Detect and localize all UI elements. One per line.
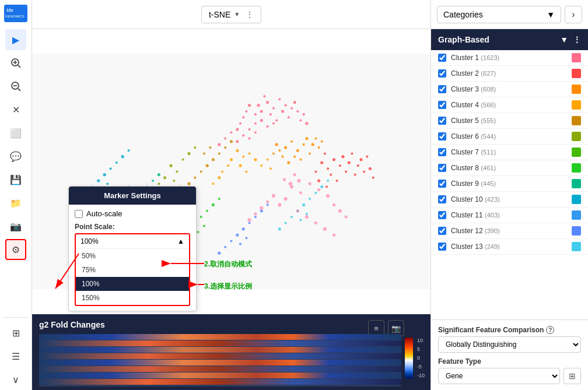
- scale-current-value[interactable]: 100% ▲: [76, 234, 189, 249]
- tsne-label: t-SNE: [209, 10, 230, 19]
- grid-btn[interactable]: ⊞: [5, 322, 26, 343]
- cluster-checkbox-11[interactable]: [438, 211, 446, 219]
- scale-option-75[interactable]: 75%: [76, 263, 189, 277]
- sig-feature-text: Significant Feature Comparison: [438, 326, 544, 334]
- cluster-count-8: (461): [481, 164, 496, 171]
- svg-rect-0: [4, 5, 27, 22]
- cluster-checkbox-12[interactable]: [438, 227, 446, 235]
- cluster-checkbox-10[interactable]: [438, 195, 446, 203]
- pan-btn[interactable]: ✕: [5, 99, 26, 120]
- cluster-color-6: [572, 132, 581, 141]
- svg-point-179: [230, 240, 232, 242]
- cluster-count-4: (566): [481, 101, 496, 108]
- cluster-sort-icon[interactable]: ▼: [560, 35, 568, 44]
- cluster-label-10: Cluster 10 (423): [451, 195, 567, 203]
- svg-point-199: [284, 197, 288, 201]
- autoscale-checkbox[interactable]: [75, 210, 83, 218]
- sig-feature-info[interactable]: ?: [546, 326, 554, 334]
- svg-point-189: [314, 192, 317, 194]
- svg-point-36: [242, 134, 244, 136]
- svg-point-215: [247, 218, 251, 222]
- right-panel: Categories ▼ › Graph-Based ▼ ⋮ Cluster 1…: [430, 0, 588, 390]
- cluster-checkbox-7[interactable]: [438, 148, 446, 156]
- sig-feature-select[interactable]: Globally Distinguishing Locally Distingu…: [438, 336, 581, 353]
- feature-type-select[interactable]: Gene Antibody Capture CRISPR Guide Captu…: [438, 368, 560, 384]
- lasso-btn[interactable]: ⬜: [5, 122, 26, 143]
- colorbar-min: -10: [417, 373, 425, 378]
- svg-point-106: [230, 140, 233, 143]
- top-bar: t-SNE ▼ ⋮: [32, 0, 430, 29]
- colorbar-mid-high: 5: [417, 346, 425, 352]
- scale-option-50[interactable]: 50%: [76, 249, 189, 263]
- svg-point-134: [206, 210, 208, 212]
- feature-icon-btn[interactable]: ⊞: [564, 368, 581, 384]
- svg-point-116: [194, 146, 196, 149]
- select-tool-btn[interactable]: ▶: [5, 29, 26, 50]
- cluster-checkbox-1[interactable]: [438, 54, 446, 62]
- cluster-checkbox-3[interactable]: [438, 85, 446, 93]
- right-nav-btn[interactable]: ›: [565, 6, 582, 23]
- svg-point-53: [345, 170, 347, 173]
- cluster-list: Cluster 1 (1623) Cluster 2 (627) Cluster…: [431, 50, 588, 319]
- svg-point-34: [296, 110, 299, 113]
- colorbar: 10 5 0 -5 -10: [406, 334, 424, 387]
- cluster-count-1: (1623): [481, 54, 499, 61]
- feature-type-text: Feature Type: [438, 357, 481, 366]
- svg-point-16: [257, 104, 260, 107]
- autoscale-label[interactable]: Auto-scale: [86, 209, 122, 218]
- svg-point-38: [230, 131, 232, 133]
- list-btn[interactable]: ☰: [5, 346, 26, 367]
- cluster-checkbox-5[interactable]: [438, 117, 446, 125]
- save-btn[interactable]: 💾: [5, 169, 26, 190]
- svg-line-4: [18, 65, 20, 68]
- cluster-item-11: Cluster 11 (403): [431, 208, 588, 223]
- folder-btn[interactable]: 📁: [5, 192, 26, 213]
- zoom-in-btn[interactable]: [5, 52, 26, 73]
- scale-dropdown[interactable]: 100% ▲ 50% 75% 100% 150%: [75, 233, 190, 306]
- camera-btn[interactable]: 📷: [5, 216, 26, 237]
- cluster-checkbox-9[interactable]: [438, 180, 446, 188]
- cluster-checkbox-4[interactable]: [438, 101, 446, 109]
- heatmap-area: [39, 334, 401, 387]
- svg-point-48: [332, 158, 335, 161]
- marker-settings-title: Marker Settings: [104, 191, 161, 200]
- more-btn[interactable]: ∨: [5, 369, 26, 390]
- svg-point-95: [270, 167, 272, 170]
- tsne-menu-icon[interactable]: ⋮: [246, 10, 254, 19]
- svg-point-206: [266, 201, 269, 203]
- scale-option-100[interactable]: 100%: [76, 277, 189, 291]
- svg-point-75: [312, 143, 314, 146]
- zoom-out-btn[interactable]: [5, 76, 26, 97]
- scale-option-150[interactable]: 150%: [76, 291, 189, 305]
- svg-point-57: [357, 164, 359, 167]
- comment-btn[interactable]: 💬: [5, 146, 26, 167]
- svg-text:GENOMICS: GENOMICS: [5, 15, 24, 18]
- point-scale-label: Point Scale:: [75, 223, 190, 231]
- heatmap-visualization: [39, 334, 401, 387]
- cluster-label-6: Cluster 6 (544): [451, 132, 567, 140]
- cluster-header: Graph-Based ▼ ⋮: [431, 29, 588, 50]
- svg-point-156: [116, 161, 118, 164]
- cluster-checkbox-8[interactable]: [438, 164, 446, 172]
- categories-selector[interactable]: Categories ▼: [437, 6, 561, 23]
- cluster-color-10: [572, 195, 581, 204]
- svg-point-177: [236, 234, 239, 237]
- tsne-selector[interactable]: t-SNE ▼ ⋮: [201, 6, 261, 23]
- marker-settings-panel: Marker Settings Auto-scale Point Scale: …: [68, 186, 197, 311]
- svg-rect-224: [39, 340, 401, 346]
- svg-point-29: [242, 116, 244, 118]
- cluster-color-7: [572, 147, 581, 157]
- cluster-checkbox-6[interactable]: [438, 132, 446, 140]
- toolbar-divider: [3, 317, 28, 318]
- svg-rect-227: [39, 360, 401, 366]
- right-top-bar: Categories ▼ ›: [431, 0, 588, 29]
- cluster-checkbox-2[interactable]: [438, 69, 446, 78]
- cluster-menu-icon[interactable]: ⋮: [573, 35, 581, 44]
- scatter-control-btn[interactable]: ⚙: [5, 239, 26, 260]
- svg-point-33: [248, 128, 250, 131]
- svg-point-185: [239, 243, 242, 245]
- cluster-label-8: Cluster 8 (461): [451, 164, 567, 172]
- autoscale-row: Auto-scale: [75, 209, 190, 218]
- svg-point-93: [267, 159, 269, 161]
- cluster-checkbox-13[interactable]: [438, 243, 446, 251]
